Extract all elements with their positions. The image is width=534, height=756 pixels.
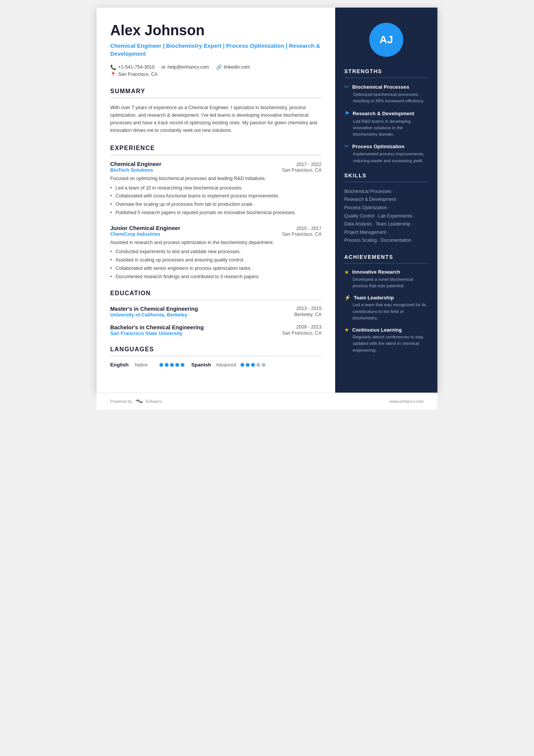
continuous-learning-icon: ★ — [344, 327, 349, 333]
education-divider — [110, 300, 322, 301]
lang-english-level: Native — [135, 362, 156, 368]
lang-row: English Native Spanish Advanced — [110, 362, 322, 368]
achievement-1: ★ Innovative Research Developed a novel … — [344, 269, 428, 290]
edu-1-degree: Master's in Chemical Engineering — [110, 306, 198, 312]
right-column: AJ STRENGTHS ✂ Biochemical Processes Opt… — [335, 8, 437, 393]
experience-title: EXPERIENCE — [110, 145, 322, 152]
education-section: EDUCATION Master's in Chemical Engineeri… — [110, 290, 322, 336]
dot — [165, 363, 169, 367]
job-2: Junior Chemical Engineer 2015 - 2017 Che… — [110, 225, 322, 280]
strengths-section: STRENGTHS ✂ Biochemical Processes Optimi… — [344, 68, 428, 164]
achievement-1-name: Innovative Research — [352, 269, 400, 275]
list-item: Oversaw the scaling up of processes from… — [110, 201, 322, 208]
phone-contact: 📞 +1-541-754-3010 — [110, 64, 155, 70]
job-2-company: ChemCorp Industries — [110, 231, 160, 237]
achievement-2-desc: Led a team that was recognized for its c… — [344, 302, 428, 321]
dot — [251, 363, 255, 367]
achievements-title: ACHIEVEMENTS — [344, 254, 428, 260]
job-1-bullets: Led a team of 10 in researching new bioc… — [110, 185, 322, 216]
edu-2: Bachelor's in Chemical Engineering 2009 … — [110, 324, 322, 336]
list-item: Collaborated with cross-functional teams… — [110, 193, 322, 200]
experience-divider — [110, 155, 322, 155]
contact-row: 📞 +1-541-754-3010 ✉ help@enhancv.com 🔗 l… — [110, 64, 322, 70]
skill-line: Quality Control · Lab Experiments · — [344, 212, 428, 221]
list-item: Published 5 research papers in reputed j… — [110, 209, 322, 216]
lang-spanish-level: Advanced — [216, 362, 237, 368]
list-item: Collaborated with senior engineers in pr… — [110, 265, 322, 272]
lang-spanish-dots — [240, 363, 265, 367]
skill-line: Data Analysis · Team Leadership · — [344, 220, 428, 229]
achievement-2: ⚡ Team Leadership Led a team that was re… — [344, 294, 428, 321]
edu-1: Master's in Chemical Engineering 2013 - … — [110, 306, 322, 318]
achievement-2-name: Team Leadership — [354, 295, 394, 301]
email-contact: ✉ help@enhancv.com — [161, 64, 209, 70]
skill-line: Biochemical Processes · — [344, 188, 428, 196]
job-1: Chemical Engineer 2017 - 2022 BioTech So… — [110, 161, 322, 216]
strengths-divider — [344, 77, 428, 78]
dot — [181, 363, 184, 367]
job-2-title: Junior Chemical Engineer — [110, 225, 180, 231]
footer-left: Powered by Enhancv — [110, 398, 162, 404]
enhancv-logo-icon — [135, 398, 144, 404]
edu-2-degree: Bachelor's in Chemical Engineering — [110, 324, 204, 330]
avatar: AJ — [369, 23, 403, 57]
list-item: Documented research findings and contrib… — [110, 273, 322, 280]
team-leadership-icon: ⚡ — [344, 294, 351, 301]
dot — [246, 363, 250, 367]
strength-1: ✂ Biochemical Processes Optimized bioche… — [344, 83, 428, 105]
strength-1-name: Biochemical Processes — [352, 84, 409, 90]
job-2-location: San Francisco, CA — [282, 232, 322, 237]
job-1-date: 2017 - 2022 — [296, 162, 322, 167]
phone-icon: 📞 — [110, 64, 116, 70]
job-1-title: Chemical Engineer — [110, 161, 161, 167]
job-2-date: 2015 - 2017 — [296, 226, 322, 231]
location-contact: 📍 San Francisco, CA — [110, 72, 322, 77]
education-title: EDUCATION — [110, 290, 322, 297]
list-item: Assisted in scaling up processes and ens… — [110, 257, 322, 264]
job-1-desc: Focused on optimizing biochemical proces… — [110, 175, 322, 182]
languages-divider — [110, 356, 322, 357]
dot — [159, 363, 163, 367]
summary-divider — [110, 98, 322, 99]
title: Chemical Engineer | Biochemistry Expert … — [110, 42, 322, 58]
lang-spanish: Spanish Advanced — [191, 362, 265, 368]
skills-list: Biochemical Processes · Research & Devel… — [344, 188, 428, 245]
strength-3-desc: Implemented process improvements, reduci… — [344, 151, 428, 164]
footer-website: www.enhancv.com — [389, 399, 424, 404]
languages-section: LANGUAGES English Native — [110, 346, 322, 368]
lang-english-name: English — [110, 362, 131, 368]
edu-1-school: University of California, Berkeley — [110, 312, 187, 318]
achievements-section: ACHIEVEMENTS ★ Innovative Research Devel… — [344, 254, 428, 354]
achievement-3: ★ Continuous Learning Regularly attend c… — [344, 327, 428, 354]
skill-line: Research & Development · — [344, 196, 428, 204]
lang-english-dots — [159, 363, 184, 367]
job-2-desc: Assisted in research and process optimiz… — [110, 239, 322, 246]
experience-section: EXPERIENCE Chemical Engineer 2017 - 2022… — [110, 145, 322, 280]
job-1-company: BioTech Solutions — [110, 167, 153, 173]
strength-3-name: Process Optimization — [352, 144, 404, 149]
dot — [175, 363, 179, 367]
achievement-1-desc: Developed a novel biochemical process th… — [344, 276, 428, 290]
achievements-divider — [344, 263, 428, 264]
dot — [170, 363, 174, 367]
strength-3: ✂ Process Optimization Implemented proce… — [344, 143, 428, 164]
lang-english: English Native — [110, 362, 184, 368]
job-2-bullets: Conducted experiments to test and valida… — [110, 248, 322, 280]
languages-title: LANGUAGES — [110, 346, 322, 353]
process-icon: ✂ — [344, 143, 349, 150]
list-item: Conducted experiments to test and valida… — [110, 248, 322, 255]
dot — [256, 363, 260, 367]
skills-divider — [344, 182, 428, 182]
linkedin-contact: 🔗 linkedin.com — [216, 64, 250, 70]
summary-section: SUMMARY With over 7 years of experience … — [110, 88, 322, 134]
job-1-location: San Francisco, CA — [282, 167, 322, 173]
enhancv-brand: Enhancv — [146, 399, 162, 404]
strength-2: ⚑ Research & Development Led R&D teams i… — [344, 110, 428, 138]
edu-2-location: San Francisco, CA — [282, 330, 322, 336]
strength-2-desc: Led R&D teams in developing innovative s… — [344, 118, 428, 138]
avatar-area: AJ — [344, 23, 428, 57]
edu-2-date: 2009 - 2013 — [296, 324, 322, 330]
summary-text: With over 7 years of experience as a Che… — [110, 104, 322, 134]
powered-by-label: Powered by — [110, 399, 132, 404]
innovative-research-icon: ★ — [344, 269, 349, 275]
